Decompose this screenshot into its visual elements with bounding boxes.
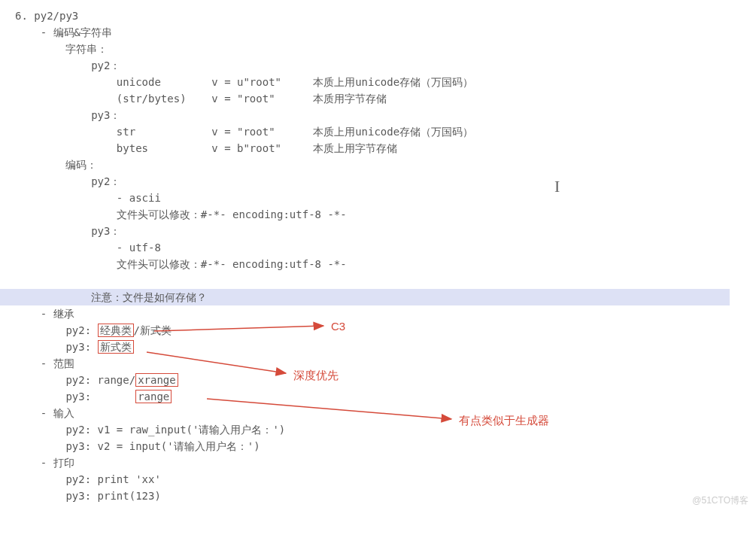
inherit-py2: py2: 经典类/新式类: [15, 322, 748, 339]
box-classic: 经典类: [98, 324, 134, 337]
blank-line: [15, 272, 748, 289]
py3-label-1: py3：: [15, 107, 748, 123]
heading-title: 6. py2/py3: [15, 8, 748, 24]
annotation-depth: 深度优先: [293, 369, 339, 383]
inherit-py3: py3: 新式类: [15, 339, 748, 355]
section-input: - 输入: [15, 405, 748, 421]
row-str: str v = "root" 本质上用unicode存储（万国码）: [15, 123, 748, 140]
row-bytes: bytes v = b"root" 本质上用字节存储: [15, 140, 748, 156]
note-highlight: 注意：文件是如何存储？: [0, 289, 730, 305]
py2-label-1: py2：: [15, 57, 748, 74]
filehead-py3: 文件头可以修改：#-*- encoding:utf-8 -*-: [15, 256, 748, 272]
section-inherit: - 继承: [15, 305, 748, 322]
input-py3: py3: v2 = input('请输入用户名：'): [15, 438, 748, 454]
annotation-c3: C3: [331, 320, 345, 333]
box-newstyle: 新式类: [98, 340, 134, 354]
annotation-generator: 有点类似于生成器: [459, 414, 549, 428]
range-py3: py3: range: [15, 388, 748, 405]
encoding-header: 编码：: [15, 156, 748, 173]
py2-label-2: py2：: [15, 173, 748, 190]
box-range: range: [135, 390, 172, 403]
text-cursor-icon: I: [554, 177, 560, 196]
input-py2: py2: v1 = raw_input('请输入用户名：'): [15, 421, 748, 438]
row-strbytes: (str/bytes) v = "root" 本质用字节存储: [15, 90, 748, 107]
range-py2: py2: range/xrange: [15, 372, 748, 388]
ascii-item: - ascii: [15, 190, 748, 206]
section-print: - 打印: [15, 454, 748, 471]
box-xrange: xrange: [135, 373, 178, 387]
print-py3: py3: print(123): [15, 488, 748, 504]
row-unicode: unicode v = u"root" 本质上用unicode存储（万国码）: [15, 74, 748, 90]
py3-label-2: py3：: [15, 223, 748, 239]
print-py2: py2: print 'xx': [15, 471, 748, 488]
filehead-py2: 文件头可以修改：#-*- encoding:utf-8 -*-: [15, 206, 748, 223]
section-range: - 范围: [15, 355, 748, 372]
string-header: 字符串：: [15, 41, 748, 57]
section-encoding: - 编码&字符串: [15, 24, 748, 41]
utf8-item: - utf-8: [15, 239, 748, 256]
watermark-text: @51CTO博客: [692, 494, 748, 507]
